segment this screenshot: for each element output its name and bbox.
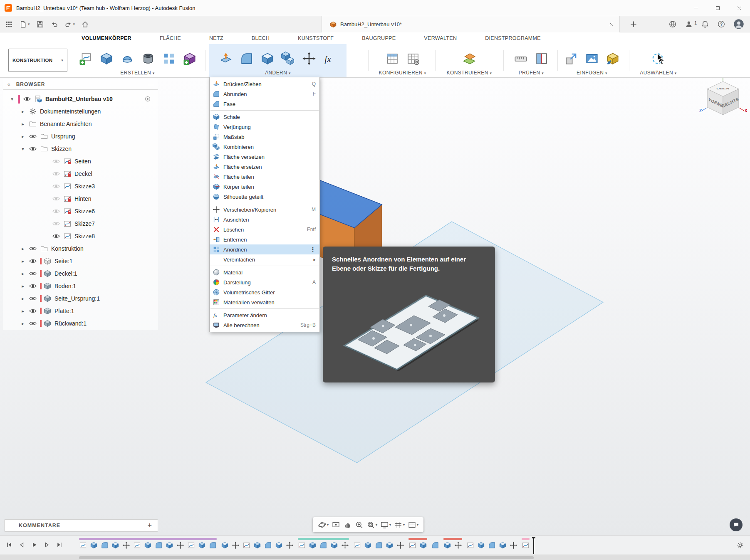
view-cube[interactable]: OBEN VORNE RECHTS Y X Z <box>698 75 748 125</box>
timeline-feature-icon[interactable] <box>176 541 184 549</box>
ribbon-tab-blech[interactable]: BLECH <box>252 35 270 41</box>
menu-item-k-rper-teilen[interactable]: Körper teilen <box>210 182 319 192</box>
menu-item-alle-berechnen[interactable]: Alle berechnenStrg+B <box>210 320 319 330</box>
expander-icon[interactable]: ▸ <box>20 121 26 127</box>
timeline-feature-icon[interactable] <box>454 541 462 549</box>
visibility-eye-icon[interactable] <box>52 232 60 240</box>
visibility-eye-icon[interactable] <box>29 294 37 303</box>
menu-item-fase[interactable]: Fase <box>210 99 319 109</box>
maximize-button[interactable] <box>707 0 728 16</box>
file-new-button[interactable]: ▾ <box>19 20 30 28</box>
menu-item-silhouette-geteilt[interactable]: Silhouette geteilt <box>210 192 319 202</box>
toolbar-group-label-einf-gen[interactable]: EINFÜGEN ▾ <box>577 70 607 76</box>
tab-close-icon[interactable] <box>607 20 615 29</box>
toolbar-group-label-konstruieren[interactable]: KONSTRUIEREN ▾ <box>447 70 492 76</box>
config-table-button[interactable] <box>405 50 421 67</box>
expander-icon[interactable]: ▾ <box>9 96 15 102</box>
menu-item-verschieben-kopieren[interactable]: Verschieben/KopierenM <box>210 205 319 215</box>
visibility-eye-icon[interactable] <box>52 182 60 190</box>
bell-icon[interactable] <box>701 20 709 28</box>
timeline-feature-icon[interactable] <box>187 541 195 549</box>
expander-icon[interactable]: ▸ <box>20 246 26 252</box>
add-comment-button[interactable]: + <box>147 521 158 530</box>
viewports-button[interactable]: ▾ <box>408 521 418 529</box>
minimize-button[interactable] <box>685 0 707 16</box>
press-pull-button[interactable] <box>218 50 234 67</box>
timeline-feature-icon[interactable] <box>477 541 485 549</box>
visibility-eye-icon[interactable] <box>29 132 37 141</box>
timeline-feature-icon[interactable] <box>431 541 439 549</box>
home-button[interactable] <box>81 20 89 28</box>
play-button[interactable] <box>31 541 38 548</box>
shell-button[interactable] <box>259 50 276 67</box>
timeline-feature-icon[interactable] <box>90 541 98 549</box>
fit-button[interactable]: ▾ <box>366 521 377 529</box>
extrude-button[interactable] <box>98 50 115 67</box>
timeline-feature-icon[interactable] <box>144 541 152 549</box>
timeline-feature-icon[interactable] <box>111 541 119 549</box>
timeline-feature-icon[interactable] <box>386 541 394 549</box>
tree-item-hinten[interactable]: Hinten <box>3 192 158 205</box>
visibility-eye-icon[interactable] <box>52 220 60 228</box>
timeline-feature-icon[interactable] <box>341 541 349 549</box>
ribbon-tab-volumenk-rper[interactable]: VOLUMENKÖRPER <box>82 35 131 41</box>
menu-item-ausrichten[interactable]: Ausrichten <box>210 215 319 224</box>
tree-item-ursprung[interactable]: ▸Ursprung <box>3 130 158 143</box>
ribbon-tab-baugruppe[interactable]: BAUGRUPPE <box>362 35 396 41</box>
look-at-button[interactable] <box>332 521 340 529</box>
menu-item-material[interactable]: Material <box>210 267 319 277</box>
activate-component-radio[interactable] <box>144 95 151 103</box>
visibility-eye-icon[interactable] <box>23 95 31 103</box>
revolve-button[interactable] <box>119 50 136 67</box>
redo-button[interactable]: ▾ <box>64 20 75 28</box>
step-back-button[interactable] <box>18 541 25 548</box>
menu-item-l-schen[interactable]: LöschenEntf <box>210 224 319 234</box>
visibility-eye-icon[interactable] <box>29 307 37 315</box>
menu-item-dr-cken-ziehen[interactable]: Drücken/ZiehenQ <box>210 79 319 89</box>
visibility-eye-icon[interactable] <box>29 269 37 278</box>
toolbar-group-label-pr-fen[interactable]: PRÜFEN ▾ <box>519 70 544 76</box>
timeline-feature-icon[interactable] <box>408 541 416 549</box>
tree-item-skizze3[interactable]: Skizze3 <box>3 180 158 192</box>
move-copy-button[interactable] <box>301 50 317 67</box>
timeline-feature-icon[interactable] <box>319 541 327 549</box>
tree-item-skizze7[interactable]: Skizze7 <box>3 217 158 230</box>
tree-item-skizze8[interactable]: Skizze8 <box>3 230 158 242</box>
visibility-eye-icon[interactable] <box>52 157 60 165</box>
menu-item-ma-stab[interactable]: Maßstab <box>210 132 319 142</box>
help-icon[interactable]: ? <box>717 20 725 28</box>
new-tab-button[interactable] <box>629 20 638 29</box>
menu-item-fl-che-teilen[interactable]: Fläche teilen <box>210 172 319 182</box>
orbit-button[interactable]: ▾ <box>318 521 329 529</box>
insert-derive-button[interactable] <box>563 50 579 67</box>
tree-item-deckel[interactable]: Deckel <box>3 168 158 180</box>
menu-item-volumetrisches-gitter[interactable]: Volumetrisches Gitter <box>210 287 319 297</box>
timeline-feature-icon[interactable] <box>264 541 272 549</box>
tree-item-seite-1[interactable]: ▸Seite:1 <box>3 255 158 267</box>
timeline-feature-icon[interactable] <box>499 541 507 549</box>
toolbar-group-label-erstellen[interactable]: ERSTELLEN ▾ <box>120 70 154 76</box>
expander-icon[interactable]: ▸ <box>20 308 26 314</box>
menu-item-parameter-ndern[interactable]: fxParameter ändern <box>210 310 319 320</box>
collapse-panel-icon[interactable]: « <box>7 81 10 87</box>
timeline-feature-icon[interactable] <box>209 541 217 549</box>
apps-grid-button[interactable] <box>5 20 13 28</box>
ribbon-tab-verwalten[interactable]: VERWALTEN <box>424 35 457 41</box>
ribbon-tab-netz[interactable]: NETZ <box>209 35 223 41</box>
timeline-feature-icon[interactable] <box>396 541 404 549</box>
insert-dxf-button[interactable] <box>604 50 621 67</box>
timeline-feature-icon[interactable] <box>79 541 87 549</box>
save-button[interactable] <box>36 20 44 28</box>
expander-icon[interactable]: ▾ <box>20 146 26 152</box>
timeline-feature-icon[interactable] <box>166 541 173 549</box>
timeline-feature-icon[interactable] <box>330 541 338 549</box>
menu-item-fl-che-versetzen[interactable]: Fläche versetzen <box>210 152 319 162</box>
timeline-feature-icon[interactable] <box>155 541 163 549</box>
create-sketch-button[interactable] <box>77 50 94 67</box>
assistant-button[interactable] <box>730 518 743 531</box>
tree-item-deckel-1[interactable]: ▸Deckel:1 <box>3 267 158 280</box>
timeline-feature-icon[interactable] <box>286 541 294 549</box>
menu-item-vereinfachen[interactable]: Vereinfachen▸ <box>210 254 319 264</box>
workspace-selector-button[interactable]: KONSTRUKTION ▾ <box>8 49 67 72</box>
tree-item-benannte-ansichten[interactable]: ▸Benannte Ansichten <box>3 118 158 130</box>
